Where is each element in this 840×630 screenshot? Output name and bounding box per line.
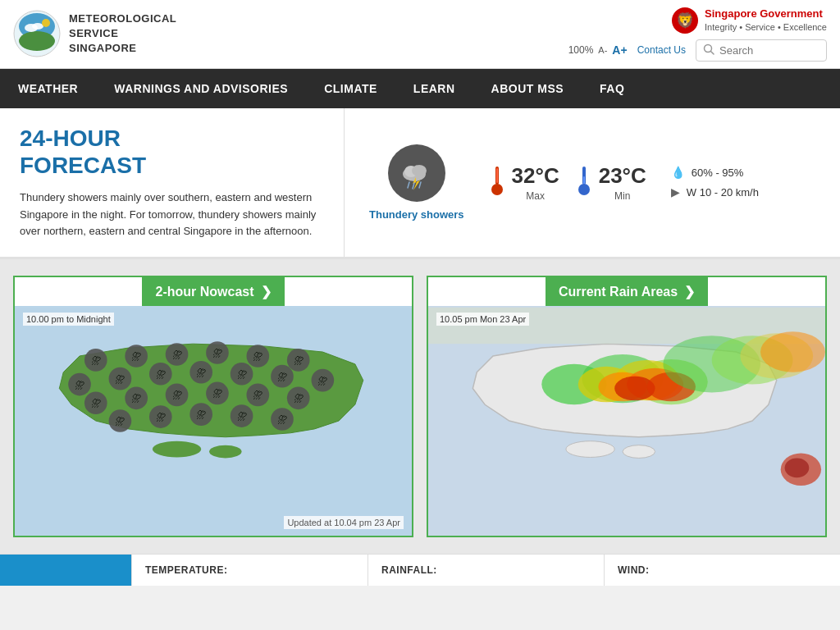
search-input[interactable]	[719, 44, 819, 57]
rain-areas-card: Current Rain Areas ❯ 10.05 pm Mon 23 Apr	[427, 276, 827, 537]
rain-chance-value: 60% - 95%	[692, 167, 744, 179]
svg-text:⛈: ⛈	[131, 351, 141, 363]
nowcast-header: 2-hour Nowcast ❯	[15, 277, 412, 306]
rainfall-col: RAINFALL:	[368, 555, 604, 586]
weather-icon-area: Thundery showers	[369, 144, 464, 221]
svg-text:⛈: ⛈	[317, 376, 327, 387]
svg-text:⛈: ⛈	[212, 389, 222, 400]
site-header: Meteorological Service Singapore 🦁 Singa…	[0, 0, 840, 69]
wind-col-title: WIND:	[618, 564, 827, 576]
svg-text:⛈: ⛈	[196, 409, 206, 421]
nowcast-arrow-icon: ❯	[261, 284, 272, 299]
svg-point-74	[623, 445, 655, 459]
svg-text:⛈: ⛈	[91, 398, 101, 409]
svg-text:⛈: ⛈	[277, 372, 287, 383]
font-controls: 100% A- A+	[568, 43, 628, 57]
forecast-title: 24-HOUR FORECAST	[20, 125, 324, 180]
svg-text:⛈: ⛈	[253, 390, 262, 401]
svg-point-23	[209, 445, 242, 459]
bottom-left-panel	[0, 555, 131, 586]
svg-text:⛈: ⛈	[91, 355, 101, 367]
svg-line-7	[711, 51, 714, 54]
svg-line-13	[413, 183, 414, 189]
wind-col: WIND:	[604, 555, 840, 586]
max-temp-icon	[489, 163, 505, 202]
svg-point-5	[42, 19, 50, 27]
svg-rect-16	[496, 168, 498, 183]
svg-text:⛈: ⛈	[75, 380, 84, 391]
svg-point-22	[153, 441, 201, 458]
rainfall-col-title: RAINFALL:	[381, 564, 591, 576]
svg-text:⛈: ⛈	[237, 411, 247, 422]
search-icon	[703, 43, 714, 57]
svg-text:⛈: ⛈	[237, 369, 247, 381]
svg-point-73	[566, 441, 614, 458]
svg-text:⛈: ⛈	[294, 393, 304, 404]
svg-line-14	[419, 182, 421, 188]
svg-text:⛈: ⛈	[172, 349, 182, 361]
min-temp-value: 23°C	[599, 163, 646, 189]
forecast-left: 24-HOUR FORECAST Thundery showers mainly…	[0, 108, 345, 258]
nav-faq[interactable]: FAQ	[582, 69, 642, 108]
svg-point-88	[760, 332, 825, 372]
svg-point-17	[491, 184, 503, 195]
svg-text:⛈: ⛈	[253, 351, 262, 363]
nowcast-svg: ⛈ ⛈ ⛈ ⛈ ⛈ ⛈ ⛈ ⛈ ⛈ ⛈ ⛈ ⛈ ⛈ ⛈ ⛈	[15, 306, 412, 536]
svg-text:⛈: ⛈	[131, 393, 141, 404]
nav-weather[interactable]: WEATHER	[0, 69, 96, 108]
nowcast-title: 2-hour Nowcast	[155, 285, 253, 299]
bottom-columns: TEMPERATURE: RAINFALL: WIND:	[131, 555, 840, 586]
search-box	[696, 39, 827, 62]
rain-areas-map: 10.05 pm Mon 23 Apr	[428, 306, 825, 536]
rain-areas-title-bar[interactable]: Current Rain Areas ❯	[546, 277, 708, 306]
header-right: 🦁 Singapore Government Integrity • Servi…	[568, 7, 827, 62]
logo-area: Meteorological Service Singapore	[13, 10, 176, 57]
nowcast-map: 10.00 pm to Midnight ⛈ ⛈ ⛈ ⛈ ⛈ ⛈	[15, 306, 412, 536]
contact-us-link[interactable]: Contact Us	[637, 44, 686, 56]
svg-text:⛈: ⛈	[294, 355, 304, 367]
svg-point-90	[785, 459, 810, 478]
rain-areas-title: Current Rain Areas	[559, 285, 678, 299]
nowcast-updated: Updated at 10.04 pm 23 Apr	[284, 516, 404, 529]
max-temp-item: 32°C Max	[489, 163, 559, 202]
nav-warnings[interactable]: WARNINGS AND ADVISORIES	[96, 69, 306, 108]
forecast-description: Thundery showers mainly over southern, e…	[20, 189, 324, 240]
svg-point-10	[412, 165, 427, 176]
gov-text: Singapore Government Integrity • Service…	[705, 7, 827, 34]
svg-text:⛈: ⛈	[115, 416, 125, 427]
wind-speed-row: ▶ W 10 - 20 km/h	[671, 185, 759, 199]
gov-lion-icon: 🦁	[672, 7, 698, 34]
svg-text:⛈: ⛈	[156, 369, 166, 381]
font-size-label: 100%	[568, 44, 594, 56]
max-temp-value: 32°C	[512, 163, 559, 189]
forecast-section: 24-HOUR FORECAST Thundery showers mainly…	[0, 108, 840, 260]
nowcast-card: 2-hour Nowcast ❯ 10.00 pm to Midnight ⛈ …	[13, 276, 413, 537]
bottom-section: TEMPERATURE: RAINFALL: WIND:	[0, 554, 840, 586]
font-increase-button[interactable]: A+	[612, 43, 627, 57]
main-nav: WEATHER WARNINGS AND ADVISORIES CLIMATE …	[0, 69, 840, 108]
nav-climate[interactable]: CLIMATE	[306, 69, 395, 108]
weather-condition-label: Thundery showers	[369, 208, 464, 221]
temperature-col: TEMPERATURE:	[131, 555, 368, 586]
nowcast-title-bar[interactable]: 2-hour Nowcast ❯	[142, 277, 284, 306]
maps-section: 2-hour Nowcast ❯ 10.00 pm to Midnight ⛈ …	[0, 259, 840, 554]
svg-text:⛈: ⛈	[196, 368, 206, 379]
rain-areas-header: Current Rain Areas ❯	[428, 277, 825, 306]
rain-areas-timestamp: 10.05 pm Mon 23 Apr	[436, 313, 529, 326]
svg-text:⛈: ⛈	[115, 374, 125, 386]
header-controls: 100% A- A+ Contact Us	[568, 39, 827, 62]
svg-point-20	[578, 184, 590, 195]
rain-chance-row: 💧 60% - 95%	[671, 166, 759, 179]
svg-rect-19	[583, 176, 585, 185]
svg-point-4	[32, 23, 43, 30]
rain-drop-icon: 💧	[671, 166, 685, 179]
svg-text:⛈: ⛈	[172, 390, 182, 401]
nav-learn[interactable]: LEARN	[395, 69, 473, 108]
weather-condition-icon	[388, 144, 445, 202]
nowcast-timestamp: 10.00 pm to Midnight	[23, 313, 114, 326]
temperature-display: 32°C Max 23°C Min	[489, 163, 646, 202]
nav-about[interactable]: ABOUT MSS	[473, 69, 582, 108]
svg-point-2	[19, 31, 55, 51]
font-decrease-button[interactable]: A-	[598, 45, 607, 55]
gov-brand: 🦁 Singapore Government Integrity • Servi…	[672, 7, 827, 34]
